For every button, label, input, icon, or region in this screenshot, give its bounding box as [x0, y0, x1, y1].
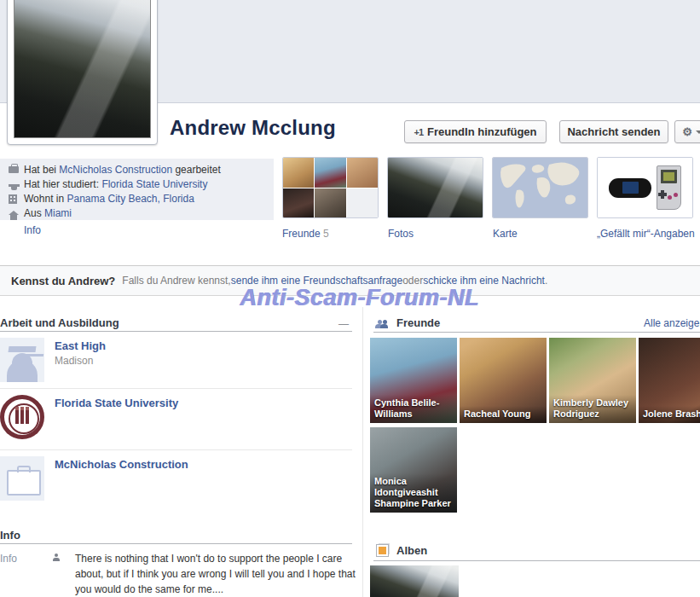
fsu-seal-icon [0, 395, 44, 439]
about-row-hometown: Aus Miami [9, 206, 267, 220]
work-education-header: Arbeit und Ausbildung — [0, 316, 352, 329]
divider [0, 388, 352, 389]
send-message-label: Nachricht senden [567, 125, 660, 138]
friend-name: Jolene Brashe [639, 406, 700, 423]
friends-icon [375, 316, 392, 328]
current-city-link[interactable]: Panama City Beach, Florida [67, 193, 194, 205]
divider [373, 332, 700, 333]
photos-tile-image [388, 158, 483, 217]
add-friend-icon: +1 [414, 127, 423, 137]
see-all-friends-link[interactable]: Alle anzeigen [644, 317, 700, 329]
chevron-down-icon [696, 130, 700, 134]
send-message-button[interactable]: Nachricht senden [559, 120, 668, 143]
school-name-link[interactable]: East High [55, 339, 106, 352]
school-location: Madison [55, 355, 106, 367]
facebook-profile-page: Andrew Mcclung +1 FreundIn hinzufügen Na… [0, 0, 700, 597]
profile-name: Andrew Mcclung [170, 116, 336, 140]
divider [0, 543, 352, 544]
building-icon [9, 194, 24, 204]
work-link[interactable]: McNicholas Construction [59, 164, 172, 176]
hometown-link[interactable]: Miami [44, 207, 72, 219]
friend-name: Kimberly Dawley Rodriguez [549, 395, 636, 423]
work-education-title: Arbeit und Ausbildung [0, 316, 119, 329]
education-entry-east-high[interactable]: East High Madison [0, 338, 106, 382]
albums-icon [376, 544, 389, 557]
friends-tile[interactable] [282, 157, 379, 218]
likes-tile-image [598, 158, 692, 217]
settings-menu-button[interactable]: ⚙ [674, 120, 700, 143]
anti-scam-watermark: Anti-Scam-Forum-NL [240, 285, 479, 311]
university-name-link[interactable]: Florida State University [55, 397, 178, 409]
gear-icon: ⚙ [682, 126, 692, 137]
albums-section-title: Alben [396, 544, 427, 557]
friend-card[interactable]: Cynthia Belile-Williams [370, 338, 457, 423]
education-link[interactable]: Florida State University [101, 178, 207, 190]
friend-card[interactable]: Racheal Young [460, 338, 547, 423]
friend-card[interactable]: Jolene Brashe [639, 338, 700, 423]
add-friend-label: FreundIn hinzufügen [427, 125, 537, 138]
bio-text: There is nothing that I won't do to supp… [75, 551, 356, 597]
friends-collage [283, 158, 378, 217]
briefcase-icon [9, 166, 24, 173]
photos-tile[interactable] [387, 157, 483, 218]
employer-name-link[interactable]: McNicholas Construction [55, 458, 188, 471]
map-tile[interactable] [492, 157, 588, 218]
friend-name: Racheal Young [460, 406, 547, 423]
gameboy-console-image [657, 165, 681, 210]
info-section-title: Info [0, 529, 20, 542]
add-friend-button[interactable]: +1 FreundIn hinzufügen [404, 120, 547, 143]
album-photo-image [370, 565, 459, 597]
friend-name: Cynthia Belile-Williams [370, 395, 457, 423]
photos-tile-label[interactable]: Fotos [388, 228, 414, 240]
graduation-cap-icon [9, 182, 24, 187]
graduate-silhouette-icon [0, 338, 44, 382]
column-divider [362, 307, 363, 597]
likes-tile[interactable] [597, 157, 693, 218]
about-row-education: Hat hier studiert: Florida State Univers… [9, 177, 267, 191]
info-bio-row: Info There is nothing that I won't do to… [0, 551, 352, 597]
psp-console-image [609, 178, 651, 198]
profile-photo-frame[interactable] [7, 0, 158, 145]
friend-card[interactable]: Kimberly Dawley Rodriguez [549, 338, 636, 423]
home-icon [9, 212, 24, 215]
info-link[interactable]: Info [24, 224, 41, 236]
divider [373, 560, 700, 561]
divider [0, 331, 352, 332]
friends-section-title: Freunde [396, 316, 440, 329]
album-thumbnail[interactable] [370, 565, 459, 597]
about-row-work: Hat bei McNicholas Construction gearbeit… [9, 163, 267, 177]
about-row-city: Wohnt in Panama City Beach, Florida [9, 192, 267, 206]
friend-card[interactable]: Monica Idontgiveashit Shampine Parker [370, 427, 457, 513]
world-map-image [493, 158, 587, 217]
info-section-header: Info [0, 529, 352, 542]
profile-photo[interactable] [14, 0, 151, 138]
map-tile-label[interactable]: Karte [493, 228, 518, 240]
about-summary-box: Hat bei McNicholas Construction gearbeit… [0, 159, 274, 220]
info-row-label: Info [0, 551, 53, 597]
banner-question: Kennst du Andrew? [11, 275, 115, 287]
likes-tile-label[interactable]: „Gefällt mir“-Angaben [597, 228, 695, 240]
friends-tile-label[interactable]: Freunde 5 [282, 228, 329, 240]
education-entry-fsu[interactable]: Florida State University [0, 395, 178, 439]
friend-name: Monica Idontgiveashit Shampine Parker [370, 473, 457, 513]
work-entry-mcnicholas[interactable]: McNicholas Construction [0, 456, 188, 501]
briefcase-tile-icon [0, 456, 44, 501]
friends-count: 5 [323, 228, 329, 240]
person-icon [53, 551, 68, 597]
divider [0, 449, 352, 450]
collapse-section-icon[interactable]: — [338, 318, 349, 330]
